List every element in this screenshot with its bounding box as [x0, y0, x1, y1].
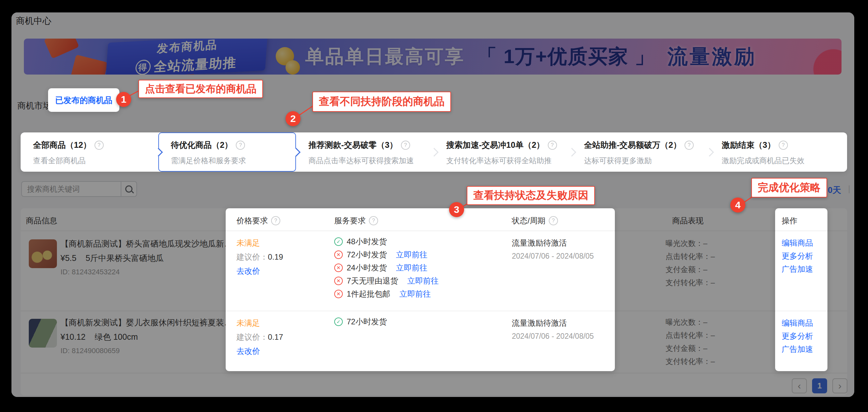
banner-headline-right: 流量激励 — [668, 43, 756, 70]
stage-tabbar: 全部商品（12）? 查看全部商机品 待优化商品（2）? 需满足价格和服务要求 推… — [21, 132, 847, 172]
search-bar — [21, 181, 137, 197]
suggest-price-line: 建议价：0.17 — [237, 332, 283, 342]
pagination-next-button[interactable]: › — [832, 378, 847, 393]
perf-click-rate: 点击转化率：– — [665, 251, 715, 262]
question-icon[interactable]: ? — [548, 140, 557, 150]
annotation1-callout: 点击查看已发布的商机品 — [138, 80, 263, 98]
more-analysis-link[interactable]: 更多分析 — [782, 251, 813, 261]
change-price-link[interactable]: 去改价 — [237, 266, 260, 276]
question-icon[interactable]: ? — [779, 140, 788, 150]
go-now-link[interactable]: 立即前往 — [399, 289, 431, 299]
service-item: ✓ 72小时发货 — [334, 317, 387, 327]
suggest-price-value: 0.17 — [268, 332, 283, 341]
edit-product-link[interactable]: 编辑商品 — [782, 238, 813, 248]
col-header-price: 价格要求? — [237, 216, 280, 226]
service-text: 72小时发货 — [347, 250, 387, 260]
page-title: 商机中心 — [16, 15, 51, 27]
annotation2-callout: 查看不同扶持阶段的商机品 — [312, 92, 451, 112]
product-id: ID: 812490080659 — [61, 347, 120, 355]
pagination-page-1[interactable]: 1 — [812, 378, 827, 393]
ad-boost-link[interactable]: 广告加速 — [782, 344, 813, 354]
check-circle-icon: ✓ — [334, 237, 343, 246]
question-icon[interactable]: ? — [369, 216, 378, 225]
cross-circle-icon: ✕ — [334, 251, 343, 259]
stage-tab-to-optimize[interactable]: 待优化商品（2）? 需满足价格和服务要求 — [158, 132, 296, 172]
price-status-badge: 未满足 — [237, 238, 260, 248]
annotation4-number-badge: 4 — [730, 197, 745, 213]
app-window: 商机中心 发布商机品 得 全站流量助推 单品单日最高可享 「 1万+优质买家 」… — [11, 12, 854, 397]
product-title[interactable]: 【商机新品测试】桥头富硒地瓜现发沙地瓜新鲜... — [61, 239, 237, 249]
chevron-right-icon: › — [838, 380, 841, 391]
annotation1-number-badge: 1 — [116, 92, 131, 107]
stage-tab-title: 搜索加速-交易冲10单（2） — [446, 139, 545, 150]
banner-badge-line1: 发布商机品 — [156, 39, 218, 56]
stage-tab-sitewide-push[interactable]: 全站助推-交易额破万（2）? 达标可获得更多激励 — [572, 132, 709, 172]
stage-tab-all[interactable]: 全部商品（12）? 查看全部商机品 — [21, 132, 158, 172]
service-text: 72小时发货 — [347, 317, 387, 327]
nav-divider — [43, 101, 43, 110]
question-icon[interactable]: ? — [236, 140, 245, 150]
col-header-service-label: 服务要求 — [334, 216, 366, 226]
price-status-badge: 未满足 — [237, 318, 260, 328]
chevron-left-icon: ‹ — [798, 380, 801, 391]
annotation3-callout: 查看扶持状态及失败原因 — [467, 186, 595, 205]
stage-tab-desc: 支付转化率达标可获得全站助推 — [446, 156, 572, 166]
product-price-line: ¥10.12绿色 100cm — [61, 331, 138, 342]
stage-tab-title: 待优化商品（2） — [171, 139, 232, 150]
change-price-link[interactable]: 去改价 — [237, 346, 260, 356]
annotation3-number-badge: 3 — [449, 202, 464, 217]
incentive-period: 2024/07/06 - 2024/08/05 — [512, 252, 594, 261]
product-price-line: ¥5.55斤中果桥头富硒地瓜 — [61, 253, 164, 263]
stage-tab-search-boost[interactable]: 搜索加速-交易冲10单（2）? 支付转化率达标可获得全站助推 — [434, 132, 572, 172]
incentive-status: 流量激励待激活 — [512, 238, 567, 248]
banner-badge-line2: 得 全站流量助推 — [135, 53, 237, 74]
go-now-link[interactable]: 立即前往 — [407, 276, 439, 286]
search-icon — [125, 185, 132, 193]
stage-tab-desc: 激励完成或商机品已失效 — [722, 156, 847, 166]
col-header-actions: 操作 — [782, 216, 797, 226]
banner-headline-mid: 「 1万+优质买家 」 — [477, 43, 655, 70]
service-text: 24小时发货 — [347, 262, 387, 273]
product-title[interactable]: 【商机新发测试】婴儿衣服休闲针织短裤夏装男... — [61, 317, 237, 328]
perf-click-rate: 点击转化率：– — [665, 330, 715, 340]
perf-pay-rate: 支付转化率：– — [665, 278, 715, 288]
tab-business-market[interactable]: 商机市场 — [17, 100, 51, 112]
edit-product-link[interactable]: 编辑商品 — [782, 318, 813, 328]
product-id: ID: 812432453224 — [61, 268, 120, 276]
search-button[interactable] — [121, 181, 137, 197]
perf-pay-rate: 支付转化率：– — [665, 356, 715, 367]
service-item: ✕ 7天无理由退货 立即前往 — [334, 276, 439, 286]
stage-tab-recommend-test[interactable]: 推荐测款-交易破零（3）? 商品点击率达标可获得搜索加速 — [296, 132, 434, 172]
go-now-link[interactable]: 立即前往 — [396, 250, 428, 260]
stage-tab-title: 推荐测款-交易破零（3） — [308, 139, 397, 150]
col-header-price-label: 价格要求 — [237, 216, 268, 226]
go-now-link[interactable]: 立即前往 — [396, 262, 428, 273]
search-input[interactable] — [21, 181, 121, 197]
question-icon[interactable]: ? — [95, 140, 104, 150]
annotation2-number-badge: 2 — [285, 111, 301, 126]
stage-tab-incentive-end[interactable]: 激励结束（3）? 激励完成或商机品已失效 — [709, 132, 847, 172]
tab-published-items[interactable]: 已发布的商机品 — [48, 88, 119, 112]
question-icon[interactable]: ? — [684, 140, 694, 150]
cross-circle-icon: ✕ — [334, 290, 343, 298]
product-image[interactable] — [29, 319, 57, 348]
ad-boost-link[interactable]: 广告加速 — [782, 264, 813, 274]
red-envelope-icon — [71, 55, 108, 74]
service-item: ✓ 48小时发货 — [334, 236, 387, 247]
perf-exposure: 曝光次数：– — [665, 239, 707, 249]
question-icon[interactable]: ? — [401, 140, 410, 150]
banner-headline-left: 单品单日最高可享 — [305, 44, 465, 69]
product-spec: 5斤中果桥头富硒地瓜 — [86, 253, 164, 262]
banner-badge: 发布商机品 得 全站流量助推 — [106, 39, 268, 74]
col-header-status-label: 状态/周期 — [512, 216, 546, 226]
service-item: ✕ 72小时发货 立即前往 — [334, 250, 428, 260]
service-item: ✕ 24小时发货 立即前往 — [334, 262, 428, 273]
more-analysis-link[interactable]: 更多分析 — [782, 331, 813, 341]
question-icon[interactable]: ? — [271, 216, 280, 225]
pagination-prev-button[interactable]: ‹ — [792, 378, 807, 393]
question-icon[interactable]: ? — [549, 216, 558, 225]
product-image[interactable] — [29, 240, 57, 268]
stage-tab-title: 激励结束（3） — [722, 139, 775, 150]
stage-tab-desc: 查看全部商机品 — [33, 156, 158, 166]
promo-banner[interactable]: 发布商机品 得 全站流量助推 单品单日最高可享 「 1万+优质买家 」 流量激励 — [24, 39, 841, 74]
